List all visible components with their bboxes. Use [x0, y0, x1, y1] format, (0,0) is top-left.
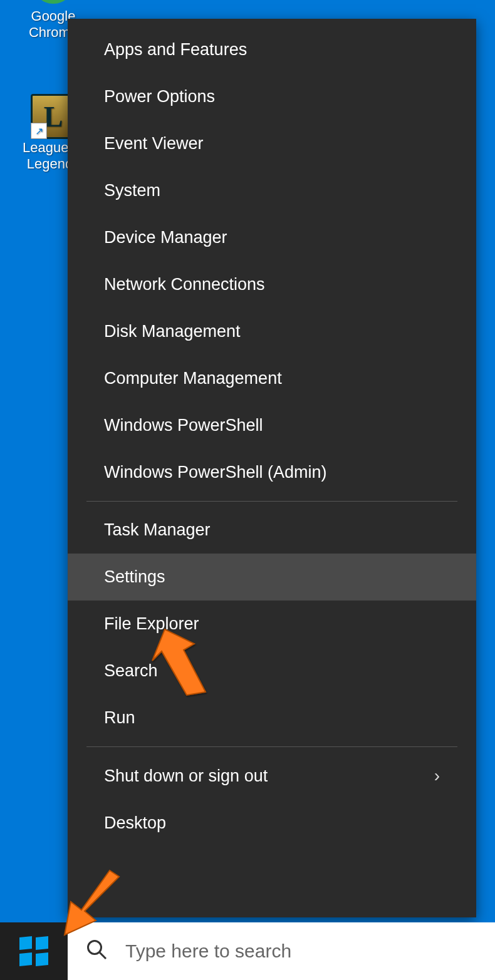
winx-item-label: Disk Management — [104, 322, 241, 341]
search-input[interactable] — [125, 941, 477, 962]
winx-item-label: Shut down or sign out — [104, 766, 268, 786]
menu-separator — [86, 501, 457, 502]
winx-item-label: Computer Management — [104, 369, 282, 388]
winx-item-file-explorer[interactable]: File Explorer — [68, 601, 476, 647]
winx-item-label: Desktop — [104, 813, 166, 833]
taskbar-search[interactable] — [68, 922, 495, 980]
winx-item-label: Apps and Features — [104, 40, 247, 59]
winx-item-label: Search — [104, 661, 158, 681]
winx-item-disk-management[interactable]: Disk Management — [68, 308, 476, 355]
winx-context-menu: Apps and FeaturesPower OptionsEvent View… — [68, 19, 476, 917]
winx-item-label: Windows PowerShell — [104, 416, 263, 435]
winx-item-desktop[interactable]: Desktop — [68, 800, 476, 847]
winx-item-label: Network Connections — [104, 275, 265, 294]
start-button[interactable] — [0, 922, 68, 980]
search-icon — [85, 938, 108, 965]
svg-point-0 — [88, 941, 102, 954]
winx-item-windows-powershell-admin[interactable]: Windows PowerShell (Admin) — [68, 449, 476, 496]
winx-item-label: Event Viewer — [104, 134, 204, 153]
windows-logo-icon — [19, 937, 48, 966]
winx-item-settings[interactable]: Settings — [68, 554, 476, 601]
chrome-icon — [31, 0, 76, 8]
winx-item-search[interactable]: Search — [68, 647, 476, 694]
winx-item-device-manager[interactable]: Device Manager — [68, 214, 476, 261]
winx-item-windows-powershell[interactable]: Windows PowerShell — [68, 402, 476, 449]
winx-item-apps-and-features[interactable]: Apps and Features — [68, 26, 476, 73]
winx-item-task-manager[interactable]: Task Manager — [68, 507, 476, 554]
winx-item-power-options[interactable]: Power Options — [68, 73, 476, 120]
svg-line-1 — [100, 952, 107, 959]
winx-item-label: File Explorer — [104, 614, 199, 634]
winx-item-label: Settings — [104, 567, 165, 587]
winx-item-label: Run — [104, 708, 135, 728]
taskbar — [0, 922, 495, 980]
winx-item-network-connections[interactable]: Network Connections — [68, 261, 476, 308]
winx-item-event-viewer[interactable]: Event Viewer — [68, 120, 476, 167]
chevron-right-icon: › — [434, 766, 440, 786]
shortcut-arrow-icon: ↗ — [31, 123, 47, 139]
winx-item-label: Windows PowerShell (Admin) — [104, 463, 327, 482]
winx-item-label: Power Options — [104, 87, 215, 106]
winx-item-label: Device Manager — [104, 228, 227, 247]
winx-item-computer-management[interactable]: Computer Management — [68, 355, 476, 402]
winx-item-run[interactable]: Run — [68, 694, 476, 741]
winx-item-label: System — [104, 181, 160, 200]
winx-item-system[interactable]: System — [68, 167, 476, 214]
winx-item-shut-down-or-sign-out[interactable]: Shut down or sign out› — [68, 752, 476, 800]
winx-item-label: Task Manager — [104, 520, 211, 540]
menu-separator — [86, 746, 457, 747]
